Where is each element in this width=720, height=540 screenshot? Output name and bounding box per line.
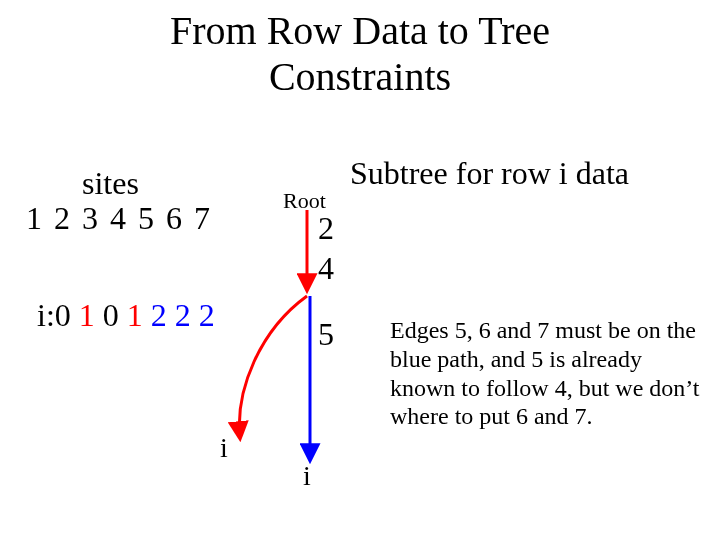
edge-note: Edges 5, 6 and 7 must be on the blue pat… [390,316,710,431]
tree-node-2: 2 [318,210,334,247]
row-i-value: 2 [199,297,215,333]
leaf-i-bottom: i [303,460,311,492]
title-line-1: From Row Data to Tree [170,8,550,53]
tree-node-4: 4 [318,250,334,287]
sites-numbers: 1 2 3 4 5 6 7 [26,200,212,237]
sites-label: sites [82,165,139,202]
subtree-title: Subtree for row i data [350,155,629,192]
row-i-value: 2 [175,297,191,333]
row-i-prefix: i: [37,297,55,333]
leaf-i-left: i [220,432,228,464]
row-i-value: 2 [151,297,167,333]
page-title: From Row Data to Tree Constraints [0,8,720,100]
row-i-value: 1 [79,297,95,333]
row-i: i:0 1 0 1 2 2 2 [5,260,223,371]
edge-to-left-i [239,296,307,438]
row-i-value: 1 [127,297,143,333]
row-i-value: 0 [103,297,119,333]
title-line-2: Constraints [269,54,451,99]
tree-node-5: 5 [318,316,334,353]
row-i-value: 0 [55,297,71,333]
slide: From Row Data to Tree Constraints Subtre… [0,0,720,540]
